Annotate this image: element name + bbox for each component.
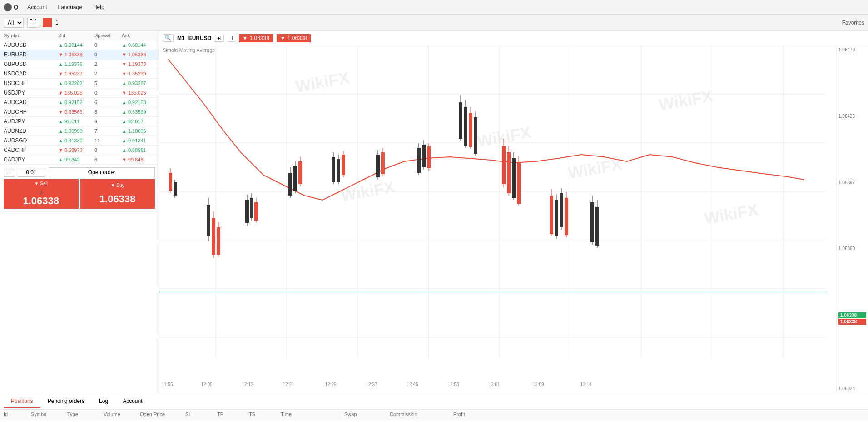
- ask-price: ▲ 0.92158: [122, 100, 163, 105]
- tab-account[interactable]: Account: [115, 395, 149, 408]
- bid-price: ▲ 0.93282: [58, 80, 94, 86]
- svg-text:12:45: 12:45: [407, 382, 418, 387]
- bid-price: ▼ 1.06338: [58, 52, 94, 57]
- spread-value: 0: [94, 42, 122, 48]
- buy-label: ▼ Buy: [84, 183, 152, 188]
- ask-arrow-icon: ▼: [122, 90, 127, 95]
- menu-account[interactable]: Account: [25, 3, 49, 11]
- star-button[interactable]: ☆: [4, 168, 14, 177]
- ask-price-value: 1.06338: [288, 35, 307, 41]
- ask-arrow-icon: ▲: [122, 100, 127, 105]
- ask-price-button[interactable]: ▼ 1.06338: [277, 34, 311, 42]
- svg-text:12:37: 12:37: [366, 382, 377, 387]
- symbol-name: AUDNZD: [4, 128, 58, 134]
- ask-price: ▲ 0.91341: [122, 138, 163, 143]
- magnifier-button[interactable]: 🔍: [163, 34, 174, 42]
- symbol-row[interactable]: EURUSD ▼ 1.06338 0 ▼ 1.06338: [0, 50, 159, 60]
- menu-language[interactable]: Language: [56, 3, 84, 11]
- menu-help[interactable]: Help: [91, 3, 106, 11]
- logo-circle-icon: [4, 3, 12, 11]
- open-order-button[interactable]: Open order: [49, 167, 155, 177]
- symbol-name: CADCHF: [4, 147, 58, 153]
- symbol-row[interactable]: AUDSGD ▲ 0.91330 11 ▲ 0.91341: [0, 136, 159, 146]
- symbol-row[interactable]: CADCHF ▼ 0.68973 8 ▲ 0.68981: [0, 146, 159, 155]
- symbol-name: USDCHF: [4, 80, 58, 86]
- tab-positions[interactable]: Positions: [4, 395, 40, 408]
- symbol-row[interactable]: AUDJPY ▲ 92.011 6 ▲ 92.017: [0, 117, 159, 126]
- bid-price: ▲ 92.011: [58, 119, 94, 124]
- expand-button[interactable]: ⛶: [27, 18, 39, 28]
- buy-button[interactable]: ▼ Buy 1.06338: [80, 179, 155, 209]
- symbol-name: AUDSGD: [4, 137, 58, 144]
- logo: Q: [4, 3, 18, 11]
- header-symbol: Symbol: [4, 33, 58, 38]
- current-price-bid-label: 1.06338: [838, 312, 866, 318]
- filter-select[interactable]: All: [4, 18, 24, 28]
- symbol-name: AUDCHF: [4, 109, 58, 115]
- svg-text:12:13: 12:13: [242, 382, 253, 387]
- add-indicator-button[interactable]: +I: [215, 35, 223, 42]
- bid-arrow-icon: ▼: [58, 109, 63, 115]
- color-square-button[interactable]: [43, 18, 52, 27]
- svg-text:13:14: 13:14: [580, 382, 591, 387]
- price-level-5: 1.06324: [838, 386, 866, 391]
- bid-arrow-icon: ▼: [58, 90, 63, 95]
- symbol-row[interactable]: AUDNZD ▲ 1.09998 7 ▲ 1.10005: [0, 126, 159, 136]
- sell-button[interactable]: ▼ Sell 0 1.06338: [4, 179, 79, 209]
- sell-spread: 0: [7, 186, 75, 195]
- main-content: Symbol Bid Spread Ask AUDUSD ▲ 0.68144 0…: [0, 31, 868, 393]
- ask-arrow-icon: ▲: [122, 128, 127, 134]
- bid-arrow-icon: ▲: [58, 119, 63, 124]
- bid-price-value: 1.06338: [249, 35, 269, 41]
- bid-price-button[interactable]: ▼ 1.06338: [239, 34, 273, 42]
- symbol-row[interactable]: CADJPY ▲ 99.842 6 ▼ 99.848: [0, 155, 159, 165]
- ask-price: ▲ 92.017: [122, 119, 163, 124]
- spread-value: 6: [94, 109, 122, 115]
- bid-arrow-icon: ▼: [58, 52, 63, 57]
- bid-price: ▼ 0.63563: [58, 109, 94, 115]
- spread-value: 11: [94, 138, 122, 143]
- symbol-row[interactable]: AUDCHF ▼ 0.63563 6 ▲ 0.63569: [0, 107, 159, 117]
- bid-arrow-icon: ▲: [58, 157, 63, 162]
- bid-price: ▲ 0.68144: [58, 42, 94, 48]
- col-sl: SL: [185, 412, 217, 417]
- bid-arrow-icon: ▲: [58, 80, 63, 86]
- price-scale: 1.06470 1.06433 1.06397 1.06360 1.06338 …: [836, 45, 868, 393]
- tab-log[interactable]: Log: [92, 395, 115, 408]
- spread-value: 0: [94, 52, 122, 57]
- ask-price: ▼ 1.06338: [122, 52, 163, 57]
- symbol-row[interactable]: AUDUSD ▲ 0.68144 0 ▲ 0.68144: [0, 40, 159, 50]
- svg-text:12:29: 12:29: [325, 382, 336, 387]
- symbol-row[interactable]: USDCHF ▲ 0.93282 5 ▲ 0.93287: [0, 79, 159, 88]
- ask-price: ▲ 1.10005: [122, 128, 163, 134]
- symbol-row[interactable]: GBPUSD ▲ 1.19376 2 ▼ 1.19378: [0, 60, 159, 69]
- ask-price: ▼ 1.35239: [122, 71, 163, 76]
- svg-text:12:53: 12:53: [447, 382, 459, 387]
- table-header: Id Symbol Type Volume Open Price SL TP T…: [0, 410, 868, 419]
- col-volume: Volume: [104, 412, 140, 417]
- header-bid: Bid: [58, 33, 94, 38]
- price-level-1: 1.06470: [838, 47, 866, 52]
- tab-pending-orders[interactable]: Pending orders: [40, 395, 92, 408]
- col-type: Type: [67, 412, 104, 417]
- bid-arrow-icon: ▲: [58, 128, 63, 134]
- lot-input[interactable]: [18, 168, 45, 177]
- price-level-4: 1.06360: [838, 246, 866, 251]
- bid-price: ▲ 99.842: [58, 157, 94, 162]
- svg-text:13:01: 13:01: [488, 382, 500, 387]
- ask-arrow-icon: ▲: [122, 138, 127, 143]
- bid-price: ▲ 1.09998: [58, 128, 94, 134]
- symbol-name: GBPUSD: [4, 61, 58, 67]
- spread-value: 6: [94, 119, 122, 124]
- bid-price: ▲ 0.91330: [58, 138, 94, 143]
- remove-indicator-button[interactable]: -I: [228, 35, 235, 42]
- candlestick-chart: 11:55 12:05 12:13 12:21 12:29 12:37 12:4…: [159, 45, 868, 393]
- symbol-row[interactable]: USDCAD ▼ 1.35237 2 ▼ 1.35239: [0, 69, 159, 79]
- col-symbol: Symbol: [31, 412, 67, 417]
- price-level-2: 1.06433: [838, 114, 866, 119]
- price-level-3: 1.06397: [838, 180, 866, 185]
- symbol-row[interactable]: AUDCAD ▲ 0.92152 6 ▲ 0.92158: [0, 98, 159, 107]
- spread-value: 2: [94, 61, 122, 67]
- ask-price: ▼ 135.025: [122, 90, 163, 95]
- symbol-row[interactable]: USDJPY ▼ 135.025 0 ▼ 135.025: [0, 88, 159, 98]
